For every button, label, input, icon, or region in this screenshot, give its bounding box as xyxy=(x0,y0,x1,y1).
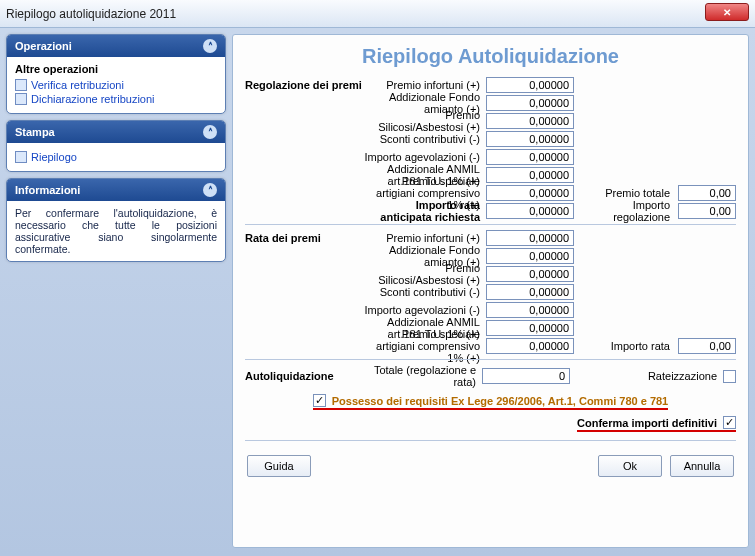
regolazione-value-6[interactable]: 0,00000 xyxy=(486,185,574,201)
titlebar: Riepilogo autoliquidazione 2011 ✕ xyxy=(0,0,755,28)
informazioni-text: Per confermare l'autoliquidazione, è nec… xyxy=(15,207,217,255)
regolazione-value-5[interactable]: 0,00000 xyxy=(486,167,574,183)
possesso-label: Possesso dei requisiti Ex Lege 296/2006,… xyxy=(332,395,668,407)
panel-informazioni: Informazioni ˄ Per confermare l'autoliqu… xyxy=(6,178,226,262)
rata-value-2[interactable]: 0,00000 xyxy=(486,266,574,282)
panel-informazioni-title: Informazioni xyxy=(15,184,80,196)
rata-value-5[interactable]: 0,00000 xyxy=(486,320,574,336)
panel-stampa: Stampa ˄ Riepilogo xyxy=(6,120,226,172)
regolazione-value-2[interactable]: 0,00000 xyxy=(486,113,574,129)
link-label: Riepilogo xyxy=(31,151,77,163)
separator xyxy=(245,440,736,441)
premio-totale-label: Premio totale xyxy=(574,187,674,199)
conferma-label: Conferma importi definitivi xyxy=(577,417,717,429)
link-label: Verifica retribuzioni xyxy=(31,79,124,91)
row-label: Sconti contributivi (-) xyxy=(363,286,484,298)
row-label: Premio infortuni (+) xyxy=(363,79,484,91)
guida-button[interactable]: Guida xyxy=(247,455,311,477)
panel-stampa-head[interactable]: Stampa ˄ xyxy=(7,121,225,143)
rateizzazione-label: Rateizzazione xyxy=(648,370,717,382)
regolazione-value-1[interactable]: 0,00000 xyxy=(486,95,574,111)
sidebar: Operazioni ˄ Altre operazioni Verifica r… xyxy=(6,34,226,548)
link-verifica-retribuzioni[interactable]: Verifica retribuzioni xyxy=(15,79,217,91)
link-label: Dichiarazione retribuzioni xyxy=(31,93,155,105)
regolazione-value-0[interactable]: 0,00000 xyxy=(486,77,574,93)
printer-icon xyxy=(15,151,27,163)
regolazione-value-4[interactable]: 0,00000 xyxy=(486,149,574,165)
autoliquidazione-section-label: Autoliquidazione xyxy=(245,370,363,382)
window-controls: ✕ xyxy=(705,3,749,21)
row-label: Premio infortuni (+) xyxy=(363,232,484,244)
row-label: Sconti contributivi (-) xyxy=(363,133,484,145)
rateizzazione-checkbox[interactable] xyxy=(723,370,736,383)
rata-importo-value[interactable]: 0,00 xyxy=(678,338,736,354)
importo-rata-anticipata-value[interactable]: 0,00000 xyxy=(486,203,574,219)
panel-operazioni-title: Operazioni xyxy=(15,40,72,52)
chevron-up-icon: ˄ xyxy=(203,183,217,197)
possesso-checkbox[interactable] xyxy=(313,394,326,407)
conferma-checkbox[interactable] xyxy=(723,416,736,429)
document-icon xyxy=(15,93,27,105)
ok-button[interactable]: Ok xyxy=(598,455,662,477)
panel-stampa-title: Stampa xyxy=(15,126,55,138)
panel-operazioni-head[interactable]: Operazioni ˄ xyxy=(7,35,225,57)
importo-regolazione-label: Importo regolazione xyxy=(574,199,674,223)
chevron-up-icon: ˄ xyxy=(203,125,217,139)
page-title: Riepilogo Autoliquidazione xyxy=(245,45,736,68)
rata-importo-label: Importo rata xyxy=(574,340,674,352)
row-label: Importo agevolazioni (-) xyxy=(363,304,484,316)
regolazione-value-3[interactable]: 0,00000 xyxy=(486,131,574,147)
link-dichiarazione-retribuzioni[interactable]: Dichiarazione retribuzioni xyxy=(15,93,217,105)
premio-totale-value[interactable]: 0,00 xyxy=(678,185,736,201)
totale-value[interactable]: 0 xyxy=(482,368,570,384)
document-icon xyxy=(15,79,27,91)
window-title: Riepilogo autoliquidazione 2011 xyxy=(6,7,176,21)
chevron-up-icon: ˄ xyxy=(203,39,217,53)
annulla-button[interactable]: Annulla xyxy=(670,455,734,477)
panel-informazioni-head[interactable]: Informazioni ˄ xyxy=(7,179,225,201)
rata-section-label: Rata dei premi xyxy=(245,232,363,244)
separator xyxy=(245,359,736,360)
rata-value-3[interactable]: 0,00000 xyxy=(486,284,574,300)
importo-regolazione-value[interactable]: 0,00 xyxy=(678,203,736,219)
totale-label: Totale (regolazione e rata) xyxy=(363,364,480,388)
main-content: Riepilogo Autoliquidazione Regolazione d… xyxy=(232,34,749,548)
close-icon[interactable]: ✕ xyxy=(705,3,749,21)
separator xyxy=(245,224,736,225)
rata-value-6[interactable]: 0,00000 xyxy=(486,338,574,354)
panel-operazioni: Operazioni ˄ Altre operazioni Verifica r… xyxy=(6,34,226,114)
link-stampa-riepilogo[interactable]: Riepilogo xyxy=(15,151,217,163)
importo-rata-anticipata-label: Importo rata anticipata richiesta xyxy=(363,199,484,223)
rata-value-4[interactable]: 0,00000 xyxy=(486,302,574,318)
row-label: Importo agevolazioni (-) xyxy=(363,151,484,163)
rata-value-0[interactable]: 0,00000 xyxy=(486,230,574,246)
regolazione-section-label: Regolazione dei premi xyxy=(245,79,363,91)
operazioni-subhead: Altre operazioni xyxy=(15,63,217,75)
rata-value-1[interactable]: 0,00000 xyxy=(486,248,574,264)
